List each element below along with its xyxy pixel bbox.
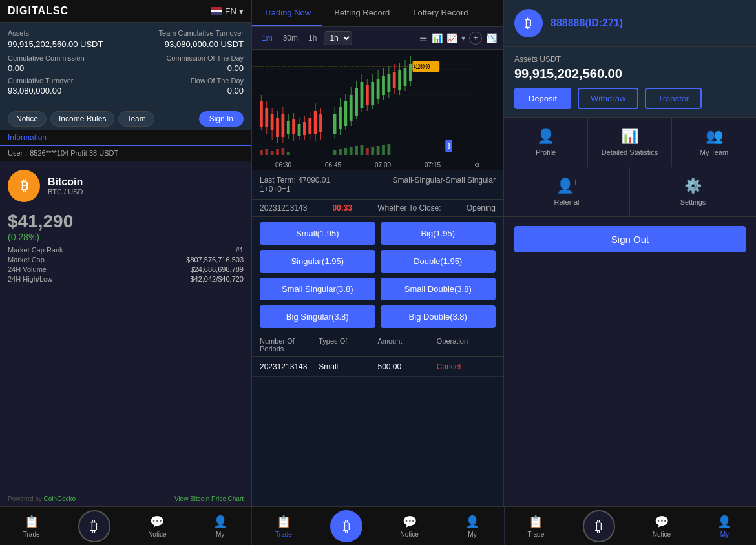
svg-rect-74	[382, 145, 385, 155]
nav-my-team[interactable]: 👥 My Team	[672, 118, 756, 167]
trade-label-1: Trade	[23, 531, 40, 538]
candlestick-chart: 41289.99 6	[252, 50, 503, 159]
chart-area: 41289.99 6	[252, 50, 503, 159]
transfer-button[interactable]: Transfer	[645, 88, 702, 109]
bottom-my-2[interactable]: 👤 My	[441, 507, 503, 545]
notice-icon-3: 💬	[655, 515, 669, 529]
nav-detailed-statistics[interactable]: 📊 Detailed Statistics	[588, 118, 672, 167]
bet-big-button[interactable]: Big(1.95)	[381, 222, 496, 245]
time-1h-button[interactable]: 1h	[305, 32, 320, 44]
svg-rect-71	[366, 148, 369, 155]
svg-rect-64	[287, 152, 290, 155]
info-label[interactable]: Information	[8, 133, 47, 146]
action-buttons: Notice Income Rules Team Sign In	[0, 107, 251, 130]
last-term-label: Last Term:	[260, 176, 296, 185]
trade-label-2: Trade	[275, 531, 292, 538]
svg-rect-69	[355, 146, 358, 155]
bottom-trade-2[interactable]: 📋 Trade	[252, 507, 315, 545]
market-cap-rank-label: Market Cap Rank	[8, 246, 63, 254]
col-periods: Number Of Periods	[260, 337, 319, 353]
signin-button[interactable]: Sign In	[199, 111, 244, 127]
nav-profile[interactable]: 👤 Profile	[504, 118, 588, 167]
powered-by: Powered by CoinGecko View Bitcoin Price …	[0, 491, 251, 506]
bitcoin-pair: BTC / USD	[48, 188, 83, 196]
bet-small-singular-button[interactable]: Small Singular(3.8)	[260, 278, 375, 300]
svg-rect-60	[265, 149, 268, 155]
bet-big-double-button[interactable]: Big Double(3.8)	[381, 305, 496, 328]
powered-by-label: Powered by	[8, 495, 42, 502]
view-chart-link[interactable]: View Bitcoin Price Chart	[174, 495, 244, 502]
team-button[interactable]: Team	[118, 111, 154, 127]
info-user: User：8526****104 Profit 38 USDT	[8, 149, 118, 157]
bet-small-button[interactable]: Small(1.95)	[260, 222, 375, 245]
time-30m-button[interactable]: 30m	[280, 32, 301, 44]
chart-stats-icon[interactable]: 📉	[486, 33, 497, 43]
bet-big-singular-button[interactable]: Big Singular(3.8)	[260, 305, 375, 328]
flow-of-day-label: Flow Of The Day	[191, 77, 244, 85]
svg-rect-70	[361, 145, 364, 155]
notice-label-2: Notice	[400, 531, 418, 538]
bottom-my-3[interactable]: 👤 My	[693, 507, 756, 545]
row-amount: 500.00	[378, 362, 437, 371]
bottom-notice-3[interactable]: 💬 Notice	[630, 507, 693, 545]
bottom-center-2[interactable]: ₿	[315, 507, 378, 545]
nav-referral[interactable]: 👤+ Referral	[504, 167, 630, 216]
btc-center-btn-2[interactable]: ₿	[330, 510, 362, 542]
time-select[interactable]: 1h	[324, 31, 352, 45]
bottom-notice-1[interactable]: 💬 Notice	[126, 507, 189, 545]
nav-team-label: My Team	[700, 149, 728, 156]
table-row: 20231213143 Small 500.00 Cancel	[252, 357, 503, 377]
nav-settings-label: Settings	[680, 198, 706, 206]
team-turnover-value: 93,080,000.00 USDT	[165, 39, 244, 49]
nav-settings[interactable]: ⚙️ Settings	[630, 167, 756, 216]
chart-add-icon[interactable]: +	[469, 32, 482, 45]
my-icon-3: 👤	[717, 515, 731, 529]
bottom-center-3[interactable]: ₿	[567, 507, 630, 545]
sign-out-button[interactable]: Sign Out	[514, 226, 746, 252]
chart-settings-icon[interactable]: ⚙	[474, 161, 480, 169]
tab-lottery-record[interactable]: Lottery Record	[401, 0, 479, 26]
profile-icon: 👤	[537, 128, 554, 145]
tab-betting-record[interactable]: Betting Record	[322, 0, 401, 26]
svg-rect-73	[377, 146, 380, 155]
btc-center-btn-1[interactable]: ₿	[78, 510, 110, 542]
lang-selector[interactable]: EN ▾	[211, 6, 244, 16]
bet-double-button[interactable]: Double(1.95)	[381, 250, 496, 272]
team-icon: 👥	[706, 128, 723, 145]
profile-header: ₿ 888888(ID:271)	[504, 0, 756, 47]
bottom-trade-3[interactable]: 📋 Trade	[505, 507, 567, 545]
high-low-label: 24H High/Low	[8, 275, 52, 283]
bottom-trade-1[interactable]: 📋 Trade	[0, 507, 63, 545]
notice-label-1: Notice	[148, 531, 166, 538]
income-rules-button[interactable]: Income Rules	[50, 111, 114, 127]
team-turnover-label: Team Cumulative Turnover	[159, 29, 244, 37]
cumulative-turnover-value: 93,080,000.00	[8, 86, 61, 96]
tab-trading-now[interactable]: Trading Now	[252, 0, 322, 26]
last-term-value: 47090.01	[298, 176, 330, 185]
bottom-center-1[interactable]: ₿	[63, 507, 125, 545]
app-logo: DIGITALSC	[8, 5, 68, 17]
bottom-nav: 📋 Trade ₿ 💬 Notice 👤 My 📋 Trade ₿ 💬 Noti…	[0, 506, 756, 545]
chart-icon-line[interactable]: 📈	[446, 33, 457, 43]
bet-singular-button[interactable]: Singular(1.95)	[260, 250, 375, 272]
btc-center-btn-3[interactable]: ₿	[583, 510, 615, 542]
assets-label: Assets	[8, 29, 29, 37]
svg-text:6: 6	[448, 142, 450, 150]
cancel-button[interactable]: Cancel	[437, 362, 496, 371]
time-1m-button[interactable]: 1m	[258, 32, 276, 44]
chart-icon-candle[interactable]: 📊	[432, 33, 443, 43]
period-timer: 00:33	[332, 203, 352, 212]
bottom-notice-2[interactable]: 💬 Notice	[378, 507, 441, 545]
coingecko-link[interactable]: CoinGecko	[44, 495, 76, 502]
bet-small-double-button[interactable]: Small Double(3.8)	[381, 278, 496, 300]
bottom-my-1[interactable]: 👤 My	[189, 507, 251, 545]
notice-button[interactable]: Notice	[8, 111, 47, 127]
time-label-3: 07:00	[375, 161, 391, 169]
svg-rect-75	[387, 144, 390, 155]
last-term-type: Small-Singular-Small Singular	[393, 176, 496, 185]
bitcoin-info: ₿ Bitcoin BTC / USD	[0, 161, 251, 211]
withdraw-button[interactable]: Withdraw	[578, 88, 638, 109]
chart-icon-bars[interactable]: ⚌	[419, 33, 428, 43]
deposit-button[interactable]: Deposit	[514, 88, 571, 109]
chart-controls: 1m 30m 1h 1h ⚌ 📊 📈 ▾ + 📉	[252, 27, 503, 50]
